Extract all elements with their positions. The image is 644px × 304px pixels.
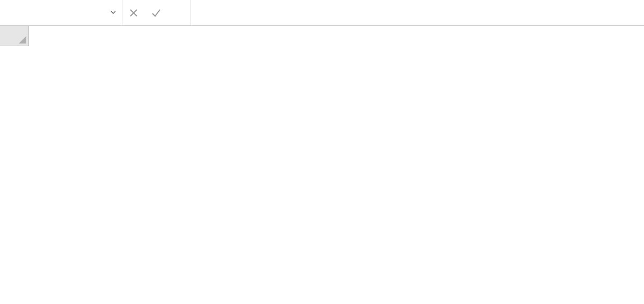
select-all-corner[interactable] bbox=[0, 26, 29, 46]
confirm-icon[interactable] bbox=[145, 0, 167, 25]
name-box[interactable] bbox=[0, 0, 122, 25]
left-gutter bbox=[0, 26, 29, 46]
chevron-down-icon[interactable] bbox=[110, 9, 116, 17]
cancel-icon[interactable] bbox=[122, 0, 145, 25]
fx-icon[interactable] bbox=[167, 0, 191, 25]
formula-input[interactable] bbox=[191, 0, 644, 25]
formula-bar bbox=[0, 0, 644, 26]
spreadsheet bbox=[0, 26, 644, 46]
